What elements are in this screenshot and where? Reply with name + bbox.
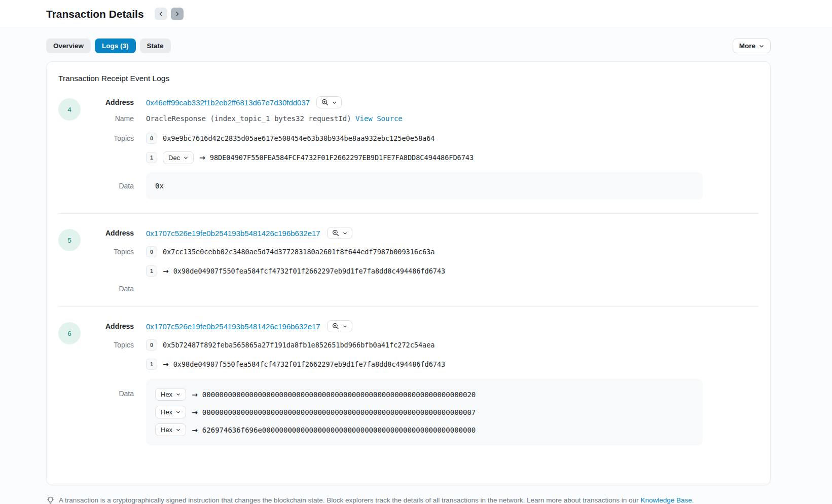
address-row: Address 0x1707c526e19fe0b254193b5481426c… xyxy=(91,227,758,239)
more-label: More xyxy=(739,42,755,50)
topic-value: 0x98de04907f550fea584fcf4732f01f2662297e… xyxy=(173,267,445,275)
data-box: Hex → 0000000000000000000000000000000000… xyxy=(146,379,703,445)
topics-label: Topics xyxy=(91,341,134,349)
more-dropdown-button[interactable]: More xyxy=(733,38,771,53)
topic-row: Topics 0 0x5b72487f892feba565865a27f191d… xyxy=(91,338,758,352)
tab-state[interactable]: State xyxy=(140,38,171,53)
data-box: 0x xyxy=(146,172,703,200)
data-label: Data xyxy=(91,390,134,398)
topic-value: 0x5b72487f892feba565865a27f191da8fb1e852… xyxy=(163,341,435,349)
topic-index-badge: 1 xyxy=(146,359,157,370)
log-index-badge: 5 xyxy=(58,229,81,251)
tab-overview[interactable]: Overview xyxy=(46,38,91,53)
log-entry: 4 Address 0x46eff99cab332f1b2eb2ff6813d6… xyxy=(58,96,758,200)
address-link[interactable]: 0x46eff99cab332f1b2eb2ff6813d67e7d30fdd0… xyxy=(146,98,310,107)
view-source-link[interactable]: View Source xyxy=(355,114,403,123)
address-link[interactable]: 0x1707c526e19fe0b254193b5481426c196b632e… xyxy=(146,229,320,238)
tab-logs[interactable]: Logs (3) xyxy=(95,38,136,53)
address-zoom-button[interactable] xyxy=(327,320,352,332)
lightbulb-icon xyxy=(46,496,55,504)
arrow-right-icon: → xyxy=(199,153,205,162)
topics-label: Topics xyxy=(91,134,134,142)
chevron-down-icon xyxy=(343,324,347,329)
topic-index-badge: 0 xyxy=(146,246,157,257)
data-encoding-select[interactable]: Hex xyxy=(155,406,186,418)
log-entry: 5 Address 0x1707c526e19fe0b254193b548142… xyxy=(58,227,758,293)
topic-row: 1 Dec → 98DE04907F550FEA584FCF4732F01F26… xyxy=(91,151,758,164)
topic-encoding-select[interactable]: Dec xyxy=(163,151,194,164)
chevron-right-icon xyxy=(174,11,180,17)
chevron-down-icon xyxy=(176,428,180,432)
log-index-badge: 4 xyxy=(58,98,81,121)
topic-index-badge: 1 xyxy=(146,265,157,277)
chevron-down-icon xyxy=(759,44,764,49)
magnifier-plus-icon xyxy=(332,229,339,237)
chevron-down-icon xyxy=(332,100,337,105)
address-label: Address xyxy=(91,322,134,330)
log-divider xyxy=(58,306,758,307)
log-entry: 6 Address 0x1707c526e19fe0b254193b548142… xyxy=(58,320,758,445)
previous-transaction-button[interactable] xyxy=(155,8,167,20)
footer-text: A transaction is a cryptographically sig… xyxy=(59,496,694,504)
page-header: Transaction Details xyxy=(0,0,832,27)
chevron-down-icon xyxy=(343,231,347,236)
data-label: Data xyxy=(91,182,134,190)
card-heading: Transaction Receipt Event Logs xyxy=(58,74,758,83)
data-word-value: 0000000000000000000000000000000000000000… xyxy=(202,391,476,399)
topic-row: Topics 0 0x9e9bc7616d42c2835d05ae617e508… xyxy=(91,132,758,145)
topic-row: 1 → 0x98de04907f550fea584fcf4732f01f2662… xyxy=(91,358,758,371)
chevron-left-icon xyxy=(158,11,164,17)
topic-row: 1 → 0x98de04907f550fea584fcf4732f01f2662… xyxy=(91,264,758,278)
data-word-row: Hex → 0000000000000000000000000000000000… xyxy=(155,388,694,401)
arrow-right-icon: → xyxy=(192,426,198,434)
chevron-down-icon xyxy=(176,392,180,397)
address-row: Address 0x1707c526e19fe0b254193b5481426c… xyxy=(91,320,758,332)
log-divider xyxy=(58,213,758,214)
address-link[interactable]: 0x1707c526e19fe0b254193b5481426c196b632e… xyxy=(146,322,320,331)
data-row: Data 0x xyxy=(91,172,758,200)
topic-value: 0x98de04907f550fea584fcf4732f01f2662297e… xyxy=(173,360,445,368)
data-label: Data xyxy=(91,285,134,293)
address-row: Address 0x46eff99cab332f1b2eb2ff6813d67e… xyxy=(91,96,758,108)
data-word-value: 0000000000000000000000000000000000000000… xyxy=(202,408,476,416)
chevron-down-icon xyxy=(184,156,188,160)
data-encoding-select[interactable]: Hex xyxy=(155,388,186,401)
next-transaction-button[interactable] xyxy=(171,8,184,20)
tab-bar: Overview Logs (3) State More xyxy=(46,38,771,53)
topic-index-badge: 0 xyxy=(146,133,157,144)
name-label: Name xyxy=(91,114,134,123)
arrow-right-icon: → xyxy=(163,267,169,275)
topic-row: Topics 0 0x7cc135e0cebb02c3480ae5d74d377… xyxy=(91,245,758,258)
topic-value: 0x7cc135e0cebb02c3480ae5d74d377283180a26… xyxy=(163,248,435,256)
event-name-row: Name OracleResponse (index_topic_1 bytes… xyxy=(91,114,758,123)
data-word-row: Hex → 0000000000000000000000000000000000… xyxy=(155,406,694,418)
footer-note: A transaction is a cryptographically sig… xyxy=(46,496,786,504)
arrow-right-icon: → xyxy=(163,360,169,368)
arrow-right-icon: → xyxy=(192,408,198,416)
data-value: 0x xyxy=(155,182,164,190)
address-zoom-button[interactable] xyxy=(316,96,342,108)
data-word-row: Hex → 626974636f696e00000000000000000000… xyxy=(155,423,694,436)
log-index-badge: 6 xyxy=(58,322,81,344)
data-word-value: 626974636f696e00000000000000000000000000… xyxy=(202,426,476,434)
address-label: Address xyxy=(91,229,134,237)
arrow-right-icon: → xyxy=(192,391,198,399)
knowledge-base-link[interactable]: Knowledge Base xyxy=(640,496,692,504)
event-param-name: requestId xyxy=(308,114,347,123)
address-zoom-button[interactable] xyxy=(327,227,352,239)
address-label: Address xyxy=(91,98,134,106)
magnifier-plus-icon xyxy=(321,99,329,106)
topic-index-badge: 0 xyxy=(146,339,157,351)
event-signature-prefix: OracleResponse (index_topic_1 xyxy=(146,114,274,123)
data-row: Data xyxy=(91,285,758,293)
topic-value: 98DE04907F550FEA584FCF4732F01F2662297EB9… xyxy=(210,153,474,162)
data-row: Data Hex → 00000000000000000000000000000… xyxy=(91,379,758,445)
page-title: Transaction Details xyxy=(46,8,144,20)
magnifier-plus-icon xyxy=(332,323,339,330)
event-param-type: bytes32 xyxy=(274,114,304,123)
topic-value: 0x9e9bc7616d42c2835d05ae617e508454e63b30… xyxy=(163,134,435,142)
data-encoding-select[interactable]: Hex xyxy=(155,423,186,436)
chevron-down-icon xyxy=(176,410,180,414)
event-logs-card: Transaction Receipt Event Logs 4 Address… xyxy=(46,61,771,485)
topics-label: Topics xyxy=(91,248,134,256)
